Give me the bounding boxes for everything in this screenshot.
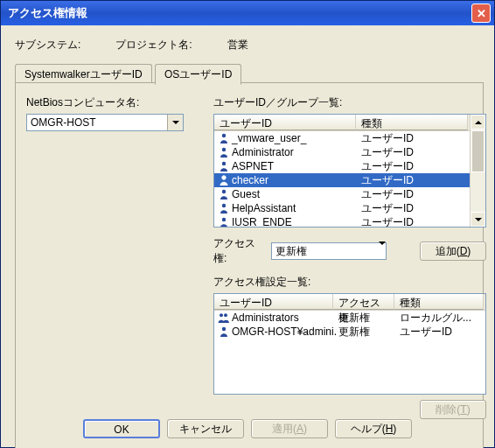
table-row[interactable]: OMGR-HOST¥admini...更新権ユーザーID [214, 325, 485, 339]
scroll-thumb[interactable] [471, 130, 485, 172]
access-right-value: 更新権 [275, 244, 307, 259]
group-icon [218, 312, 230, 323]
scrollbar[interactable] [470, 115, 485, 227]
delete-button[interactable]: 削除(T) [420, 400, 486, 419]
help-button[interactable]: ヘルプ(H) [335, 419, 412, 438]
tab-os-user-id[interactable]: OSユーザーID [155, 64, 241, 85]
col-user-id[interactable]: ユーザーID [214, 115, 356, 130]
table-row[interactable]: _vmware_user_ユーザーID [214, 131, 485, 145]
cell-type: ユーザーID [359, 215, 466, 228]
cell-user-id: OMGR-HOST¥admini... [230, 326, 337, 338]
col2-user-id[interactable]: ユーザーID [214, 294, 333, 310]
close-button[interactable]: ✕ [471, 4, 491, 23]
cell-user-id: _vmware_user_ [230, 132, 359, 144]
netbios-label: NetBiosコンピュータ名: [26, 95, 192, 110]
svg-point-6 [222, 218, 226, 221]
table-row[interactable]: AdministratorユーザーID [214, 145, 485, 159]
chevron-down-icon [379, 245, 386, 257]
person-icon [218, 326, 230, 337]
cell-type: ユーザーID [359, 131, 466, 146]
person-icon [218, 175, 230, 186]
col2-type[interactable]: 種類 [394, 294, 484, 310]
settings-list-label: アクセス権設定一覧: [213, 275, 486, 290]
cell-access: 更新権 [337, 325, 398, 340]
svg-point-8 [224, 313, 227, 317]
tab-strip: SystemwalkerユーザーID OSユーザーID [15, 63, 484, 82]
tab-panel-os: NetBiosコンピュータ名: OMGR-HOST ユーザーID／グループ一覧:… [15, 82, 484, 448]
table-row[interactable]: ASPNETユーザーID [214, 159, 485, 173]
person-icon [218, 133, 230, 144]
col2-access[interactable]: アクセス権 [333, 294, 394, 310]
person-icon [218, 217, 230, 228]
svg-point-1 [222, 148, 226, 151]
person-icon [218, 147, 230, 158]
cell-user-id: checker [230, 174, 359, 186]
cell-type: ユーザーID [359, 187, 466, 202]
svg-point-7 [220, 313, 223, 317]
chevron-down-icon [167, 115, 183, 130]
scroll-up-icon[interactable] [471, 115, 485, 130]
cell-user-id: IUSR_ENDE [230, 216, 359, 228]
svg-point-2 [222, 162, 226, 165]
person-icon [218, 161, 230, 172]
close-icon: ✕ [477, 8, 486, 19]
scroll-down-icon[interactable] [471, 212, 485, 227]
project-value: 営業 [227, 38, 248, 52]
svg-point-0 [222, 134, 226, 137]
table-row[interactable]: IUSR_ENDEユーザーID [214, 215, 485, 228]
top-info-row: サブシステム: プロジェクト名: 営業 [15, 38, 484, 52]
svg-point-5 [222, 204, 226, 207]
cell-user-id: ASPNET [230, 160, 359, 172]
table-row[interactable]: Administrators更新権ローカルグル... [214, 311, 485, 325]
table-row[interactable]: HelpAssistantユーザーID [214, 201, 485, 215]
client-area: サブシステム: プロジェクト名: 営業 SystemwalkerユーザーID O… [1, 25, 494, 448]
svg-point-3 [222, 176, 226, 179]
cell-type: ローカルグル... [398, 311, 484, 326]
cell-access: 更新権 [337, 311, 398, 326]
project-label: プロジェクト名: [115, 38, 192, 52]
cancel-button[interactable]: キャンセル [167, 419, 244, 438]
cell-user-id: Administrator [230, 146, 359, 158]
col-type[interactable]: 種類 [356, 115, 468, 130]
table-row[interactable]: checkerユーザーID [214, 173, 485, 187]
users-list-label: ユーザーID／グループ一覧: [213, 95, 486, 110]
access-right-label: アクセス権: [213, 236, 264, 266]
cell-type: ユーザーID [359, 173, 466, 188]
access-right-combo[interactable]: 更新権 [271, 242, 387, 260]
netbios-combo[interactable]: OMGR-HOST [26, 114, 184, 131]
cell-type: ユーザーID [359, 159, 466, 174]
title-bar: アクセス権情報 ✕ [1, 1, 494, 25]
person-icon [218, 203, 230, 214]
dialog-buttons: OK キャンセル 適用(A) ヘルプ(H) [1, 419, 494, 438]
settings-listview[interactable]: ユーザーID アクセス権 種類 Administrators更新権ローカルグル.… [213, 293, 486, 395]
apply-button[interactable]: 適用(A) [251, 419, 328, 438]
cell-user-id: HelpAssistant [230, 202, 359, 214]
netbios-value: OMGR-HOST [31, 116, 96, 129]
subsystem-label: サブシステム: [15, 38, 80, 52]
cell-user-id: Guest [230, 188, 359, 200]
svg-point-9 [222, 327, 226, 331]
cell-type: ユーザーID [398, 325, 484, 340]
tab-systemwalker-user-id[interactable]: SystemwalkerユーザーID [15, 64, 152, 84]
cell-type: ユーザーID [359, 145, 466, 160]
users-header: ユーザーID 種類 [214, 115, 485, 131]
ok-button[interactable]: OK [83, 419, 160, 438]
cell-type: ユーザーID [359, 201, 466, 216]
cell-user-id: Administrators [230, 312, 337, 324]
table-row[interactable]: GuestユーザーID [214, 187, 485, 201]
dialog-window: アクセス権情報 ✕ サブシステム: プロジェクト名: 営業 Systemwalk… [0, 0, 495, 448]
users-listview[interactable]: ユーザーID 種類 _vmware_user_ユーザーIDAdministrat… [213, 114, 486, 228]
add-button[interactable]: 追加(D) [420, 242, 486, 261]
person-icon [218, 189, 230, 200]
window-title: アクセス権情報 [8, 5, 471, 21]
svg-point-4 [222, 190, 226, 193]
settings-header: ユーザーID アクセス権 種類 [214, 294, 485, 311]
